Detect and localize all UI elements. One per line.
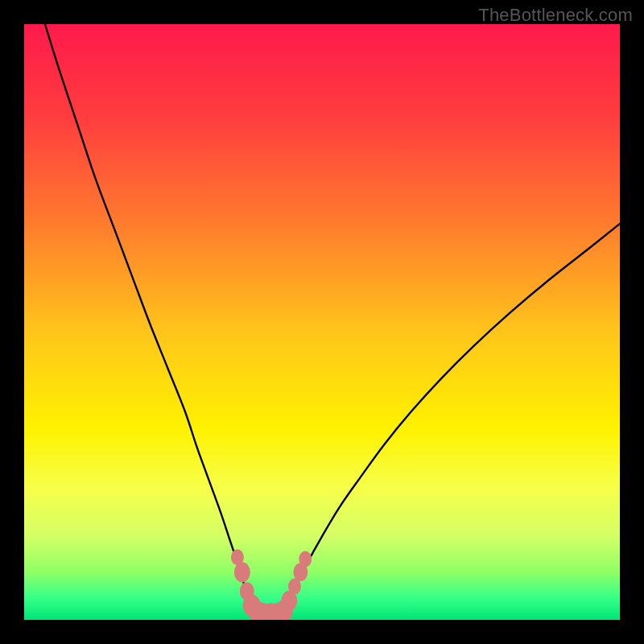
valley-marker	[299, 551, 312, 568]
chart-container: TheBottleneck.com	[0, 0, 644, 644]
bottleneck-curve-plot	[24, 24, 620, 620]
chart-svg	[24, 24, 620, 620]
gradient-background	[24, 24, 620, 620]
watermark-text: TheBottleneck.com	[478, 5, 633, 26]
valley-marker	[234, 562, 250, 582]
